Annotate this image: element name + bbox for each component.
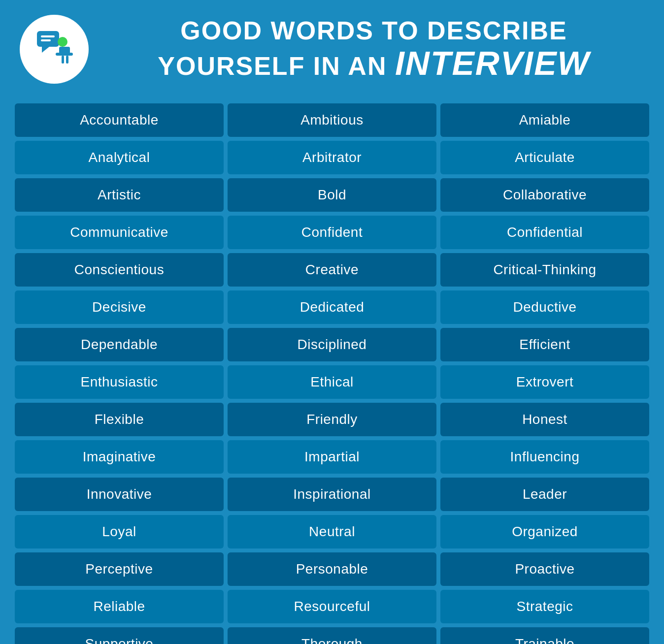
word-cell: Resourceful (228, 590, 436, 623)
svg-rect-4 (59, 47, 70, 54)
word-cell: Strategic (440, 590, 649, 623)
word-cell: Extrovert (440, 365, 649, 399)
logo-circle (20, 15, 89, 84)
svg-rect-8 (41, 39, 51, 41)
word-cell: Collaborative (440, 178, 649, 212)
svg-point-2 (58, 37, 67, 47)
header: GOOD WORDS TO DESCRIBE YOURSELF IN AN IN… (0, 0, 664, 96)
word-cell: Analytical (15, 141, 224, 174)
word-cell: Decisive (15, 290, 224, 324)
word-cell: Confident (228, 216, 436, 249)
svg-marker-1 (42, 47, 49, 53)
word-cell: Deductive (440, 290, 649, 324)
grid-container: AccountableAmbitiousAmiableAnalyticalArb… (0, 96, 664, 644)
word-cell: Creative (228, 253, 436, 287)
word-cell: Arbitrator (228, 141, 436, 174)
word-cell: Honest (440, 403, 649, 436)
word-cell: Imaginative (15, 440, 224, 474)
svg-rect-6 (66, 56, 68, 64)
word-cell: Dedicated (228, 290, 436, 324)
word-cell: Proactive (440, 552, 649, 586)
word-cell: Supportive (15, 627, 224, 644)
word-cell: Trainable (440, 627, 649, 644)
header-title: GOOD WORDS TO DESCRIBE YOURSELF IN AN IN… (103, 17, 644, 82)
word-cell: Impartial (228, 440, 436, 474)
title-line2: YOURSELF IN AN INTERVIEW (103, 45, 644, 82)
word-cell: Confidential (440, 216, 649, 249)
title-line2-start: YOURSELF IN AN (158, 52, 395, 80)
word-cell: Artistic (15, 178, 224, 212)
word-cell: Accountable (15, 103, 224, 137)
svg-rect-7 (41, 35, 55, 37)
word-cell: Disciplined (228, 328, 436, 361)
word-cell: Perceptive (15, 552, 224, 586)
title-line1: GOOD WORDS TO DESCRIBE (103, 17, 644, 45)
word-cell: Friendly (228, 403, 436, 436)
word-cell: Efficient (440, 328, 649, 361)
word-cell: Amiable (440, 103, 649, 137)
word-cell: Thorough (228, 627, 436, 644)
word-cell: Enthusiastic (15, 365, 224, 399)
word-cell: Influencing (440, 440, 649, 474)
word-cell: Reliable (15, 590, 224, 623)
word-cell: Bold (228, 178, 436, 212)
word-cell: Innovative (15, 478, 224, 511)
word-cell: Communicative (15, 216, 224, 249)
word-cell: Dependable (15, 328, 224, 361)
word-cell: Articulate (440, 141, 649, 174)
word-cell: Loyal (15, 515, 224, 548)
title-interview: INTERVIEW (395, 44, 590, 82)
word-cell: Ethical (228, 365, 436, 399)
word-cell: Ambitious (228, 103, 436, 137)
word-cell: Leader (440, 478, 649, 511)
word-cell: Personable (228, 552, 436, 586)
word-cell: Flexible (15, 403, 224, 436)
word-cell: Neutral (228, 515, 436, 548)
svg-rect-5 (62, 56, 64, 64)
word-cell: Critical-Thinking (440, 253, 649, 287)
word-cell: Conscientious (15, 253, 224, 287)
word-cell: Inspirational (228, 478, 436, 511)
words-grid: AccountableAmbitiousAmiableAnalyticalArb… (15, 103, 649, 644)
word-cell: Organized (440, 515, 649, 548)
svg-rect-0 (37, 31, 59, 47)
